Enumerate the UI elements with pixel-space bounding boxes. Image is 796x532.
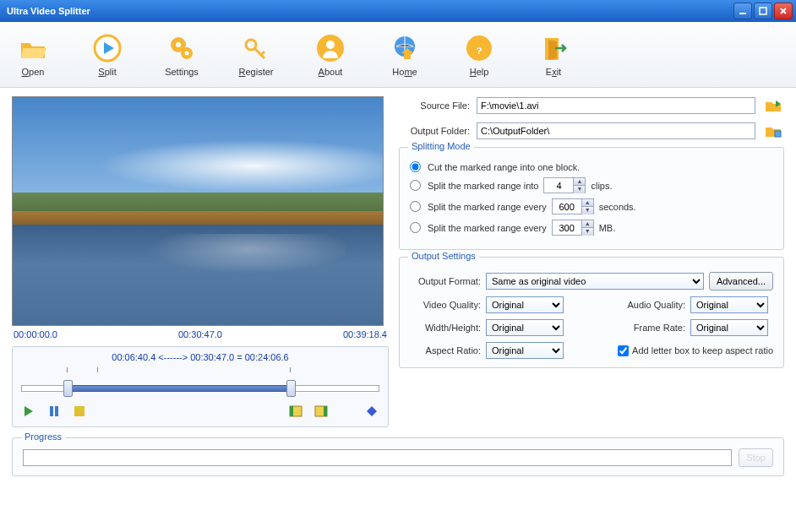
width-height-label: Width/Height: <box>410 323 481 333</box>
source-file-label: Source File: <box>399 100 470 111</box>
open-button[interactable]: Open <box>12 33 54 77</box>
aspect-ratio-label: Aspect Ratio: <box>410 345 481 356</box>
splitting-mode-legend: Splitting Mode <box>408 141 474 151</box>
help-button[interactable]: ? Help <box>458 33 500 77</box>
snapshot-button[interactable] <box>364 404 379 418</box>
width-height-select[interactable]: Original <box>486 319 564 336</box>
frame-rate-select[interactable]: Original <box>690 319 768 336</box>
close-button[interactable] <box>774 3 793 19</box>
play-button[interactable] <box>21 404 36 418</box>
play-icon <box>92 33 123 63</box>
pause-button[interactable] <box>46 404 62 418</box>
svg-rect-15 <box>50 406 53 416</box>
audio-quality-label: Audio Quality: <box>614 300 685 310</box>
svg-rect-16 <box>55 406 58 416</box>
register-button[interactable]: Register <box>235 33 277 77</box>
seconds-spinner[interactable]: ▲▼ <box>552 198 594 214</box>
output-folder-input[interactable] <box>477 122 755 139</box>
maximize-button[interactable] <box>754 3 772 19</box>
output-format-label: Output Format: <box>410 276 481 286</box>
key-icon <box>241 33 271 63</box>
svg-point-6 <box>185 51 189 55</box>
help-icon: ? <box>464 33 494 63</box>
mb-spinner[interactable]: ▲▼ <box>552 220 594 236</box>
svg-rect-19 <box>290 406 293 416</box>
range-slider[interactable] <box>21 377 379 396</box>
mark-end-button[interactable] <box>313 404 329 418</box>
svg-rect-1 <box>760 8 766 14</box>
progress-legend: Progress <box>21 432 65 442</box>
progress-bar <box>23 449 732 466</box>
svg-rect-11 <box>404 53 411 59</box>
aspect-ratio-select[interactable]: Original <box>486 342 564 359</box>
clips-count-spinner[interactable]: ▲▼ <box>543 177 586 193</box>
video-quality-select[interactable]: Original <box>486 296 564 313</box>
about-button[interactable]: About <box>309 33 352 77</box>
settings-button[interactable]: Settings <box>161 33 203 77</box>
range-handle-start[interactable] <box>63 380 73 397</box>
browse-source-button[interactable] <box>762 96 784 115</box>
time-current: 00:30:47.0 <box>178 329 222 339</box>
time-end: 00:39:18.4 <box>343 329 387 339</box>
mark-start-button[interactable] <box>288 404 303 418</box>
advanced-button[interactable]: Advanced... <box>709 272 773 290</box>
exit-button[interactable]: Exit <box>532 33 575 77</box>
letterbox-label: Add letter box to keep aspect ratio <box>632 345 773 356</box>
stop-button[interactable] <box>72 404 87 418</box>
svg-text:?: ? <box>477 46 483 56</box>
split-mode-mb-radio[interactable] <box>410 222 421 233</box>
time-start: 00:00:00.0 <box>14 329 57 339</box>
range-handle-end[interactable] <box>286 380 296 397</box>
split-mode-clips-radio[interactable] <box>410 180 421 191</box>
svg-rect-0 <box>739 13 746 14</box>
titlebar: Ultra Video Splitter <box>0 0 796 22</box>
audio-quality-select[interactable]: Original <box>690 296 768 313</box>
svg-rect-21 <box>324 406 327 416</box>
exit-door-icon <box>538 33 569 63</box>
output-settings-group: Output Settings Output Format: Same as o… <box>399 257 784 368</box>
output-folder-label: Output Folder: <box>399 126 470 136</box>
folder-open-icon <box>18 33 48 63</box>
split-mode-block-radio[interactable] <box>410 161 421 172</box>
splitting-mode-group: Splitting Mode Cut the marked range into… <box>399 147 784 250</box>
svg-rect-22 <box>775 131 781 137</box>
source-file-input[interactable] <box>477 97 755 114</box>
window-title: Ultra Video Splitter <box>3 6 733 16</box>
progress-group: Progress Stop <box>12 437 784 476</box>
minimize-button[interactable] <box>733 3 752 19</box>
progress-stop-button[interactable]: Stop <box>739 448 773 467</box>
split-mode-block-label: Cut the marked range into one block. <box>428 162 580 172</box>
video-quality-label: Video Quality: <box>410 300 481 310</box>
range-text: 00:06:40.4 <------> 00:30:47.0 = 00:24:0… <box>21 352 379 362</box>
user-icon <box>315 33 346 63</box>
home-button[interactable]: Home <box>384 33 426 77</box>
svg-point-9 <box>326 41 335 49</box>
frame-rate-label: Frame Rate: <box>614 323 685 333</box>
output-settings-legend: Output Settings <box>408 251 479 261</box>
letterbox-checkbox[interactable] <box>618 345 629 356</box>
split-button[interactable]: Split <box>86 33 128 77</box>
gear-icon <box>166 33 197 63</box>
output-format-select[interactable]: Same as original video <box>486 273 704 290</box>
globe-home-icon <box>390 33 420 63</box>
video-preview <box>12 96 384 326</box>
svg-point-4 <box>176 42 181 47</box>
playback-controls: 00:06:40.4 <------> 00:30:47.0 = 00:24:0… <box>12 346 389 427</box>
svg-rect-17 <box>74 406 85 416</box>
browse-output-button[interactable] <box>762 122 784 140</box>
split-mode-seconds-radio[interactable] <box>410 201 421 212</box>
toolbar: Open Split Settings Register About Home … <box>0 22 796 88</box>
